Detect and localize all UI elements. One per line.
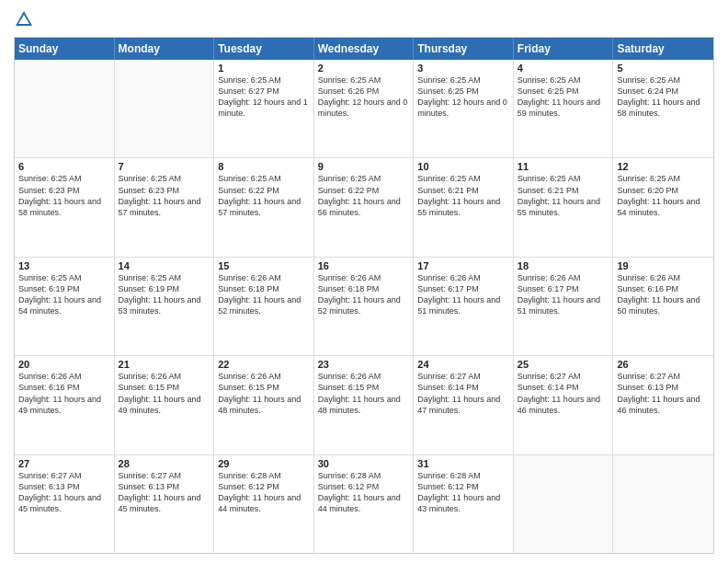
day-info: Sunrise: 6:27 AM Sunset: 6:14 PM Dayligh… <box>417 371 509 416</box>
logo-icon <box>14 9 34 29</box>
day-cell-24: 24Sunrise: 6:27 AM Sunset: 6:14 PM Dayli… <box>414 356 514 454</box>
day-info: Sunrise: 6:26 AM Sunset: 6:17 PM Dayligh… <box>518 272 609 317</box>
day-cell-2: 2Sunrise: 6:25 AM Sunset: 6:26 PM Daylig… <box>314 60 415 157</box>
calendar-row-3: 13Sunrise: 6:25 AM Sunset: 6:19 PM Dayli… <box>15 257 713 355</box>
header-day-friday: Friday <box>514 38 614 60</box>
day-number: 9 <box>318 161 410 172</box>
day-number: 1 <box>218 63 310 74</box>
day-number: 30 <box>318 458 410 469</box>
day-cell-13: 13Sunrise: 6:25 AM Sunset: 6:19 PM Dayli… <box>15 258 115 355</box>
day-info: Sunrise: 6:26 AM Sunset: 6:16 PM Dayligh… <box>18 371 110 416</box>
day-info: Sunrise: 6:27 AM Sunset: 6:13 PM Dayligh… <box>617 371 710 416</box>
day-info: Sunrise: 6:26 AM Sunset: 6:18 PM Dayligh… <box>218 272 310 317</box>
header-day-thursday: Thursday <box>414 38 514 60</box>
day-info: Sunrise: 6:27 AM Sunset: 6:14 PM Dayligh… <box>518 371 609 416</box>
day-cell-20: 20Sunrise: 6:26 AM Sunset: 6:16 PM Dayli… <box>15 356 115 454</box>
day-info: Sunrise: 6:25 AM Sunset: 6:19 PM Dayligh… <box>18 272 110 317</box>
day-cell-7: 7Sunrise: 6:25 AM Sunset: 6:23 PM Daylig… <box>115 158 215 256</box>
day-cell-9: 9Sunrise: 6:25 AM Sunset: 6:22 PM Daylig… <box>314 158 415 256</box>
day-number: 12 <box>617 161 710 172</box>
calendar-row-5: 27Sunrise: 6:27 AM Sunset: 6:13 PM Dayli… <box>15 454 713 553</box>
day-number: 25 <box>518 359 609 370</box>
page: SundayMondayTuesdayWednesdayThursdayFrid… <box>0 0 728 563</box>
empty-cell <box>613 455 713 553</box>
empty-cell <box>514 455 614 553</box>
day-info: Sunrise: 6:25 AM Sunset: 6:22 PM Dayligh… <box>218 173 310 218</box>
day-number: 16 <box>318 260 410 271</box>
day-info: Sunrise: 6:26 AM Sunset: 6:16 PM Dayligh… <box>617 272 710 317</box>
day-info: Sunrise: 6:25 AM Sunset: 6:25 PM Dayligh… <box>417 75 509 120</box>
day-number: 28 <box>119 458 210 469</box>
day-number: 20 <box>18 359 110 370</box>
day-info: Sunrise: 6:28 AM Sunset: 6:12 PM Dayligh… <box>318 470 410 515</box>
day-cell-31: 31Sunrise: 6:28 AM Sunset: 6:12 PM Dayli… <box>414 455 514 553</box>
day-cell-29: 29Sunrise: 6:28 AM Sunset: 6:12 PM Dayli… <box>214 455 314 553</box>
day-info: Sunrise: 6:26 AM Sunset: 6:17 PM Dayligh… <box>417 272 509 317</box>
day-number: 7 <box>119 161 210 172</box>
day-info: Sunrise: 6:28 AM Sunset: 6:12 PM Dayligh… <box>417 470 509 515</box>
day-cell-16: 16Sunrise: 6:26 AM Sunset: 6:18 PM Dayli… <box>314 258 415 355</box>
day-info: Sunrise: 6:25 AM Sunset: 6:27 PM Dayligh… <box>218 75 310 120</box>
day-cell-4: 4Sunrise: 6:25 AM Sunset: 6:25 PM Daylig… <box>514 60 614 157</box>
day-number: 10 <box>417 161 509 172</box>
calendar-header: SundayMondayTuesdayWednesdayThursdayFrid… <box>15 38 713 60</box>
day-cell-11: 11Sunrise: 6:25 AM Sunset: 6:21 PM Dayli… <box>514 158 614 256</box>
header-day-sunday: Sunday <box>15 38 115 60</box>
day-cell-25: 25Sunrise: 6:27 AM Sunset: 6:14 PM Dayli… <box>514 356 614 454</box>
day-cell-10: 10Sunrise: 6:25 AM Sunset: 6:21 PM Dayli… <box>414 158 514 256</box>
day-number: 23 <box>318 359 410 370</box>
calendar: SundayMondayTuesdayWednesdayThursdayFrid… <box>14 37 714 554</box>
day-cell-15: 15Sunrise: 6:26 AM Sunset: 6:18 PM Dayli… <box>214 258 314 355</box>
day-number: 29 <box>218 458 310 469</box>
day-cell-6: 6Sunrise: 6:25 AM Sunset: 6:23 PM Daylig… <box>15 158 115 256</box>
day-number: 22 <box>218 359 310 370</box>
day-info: Sunrise: 6:26 AM Sunset: 6:15 PM Dayligh… <box>318 371 410 416</box>
day-info: Sunrise: 6:26 AM Sunset: 6:15 PM Dayligh… <box>218 371 310 416</box>
day-number: 3 <box>417 63 509 74</box>
day-info: Sunrise: 6:27 AM Sunset: 6:13 PM Dayligh… <box>18 470 110 515</box>
day-number: 5 <box>617 63 710 74</box>
day-info: Sunrise: 6:25 AM Sunset: 6:24 PM Dayligh… <box>617 75 710 120</box>
day-number: 24 <box>417 359 509 370</box>
day-cell-17: 17Sunrise: 6:26 AM Sunset: 6:17 PM Dayli… <box>414 258 514 355</box>
day-info: Sunrise: 6:25 AM Sunset: 6:22 PM Dayligh… <box>318 173 410 218</box>
day-cell-26: 26Sunrise: 6:27 AM Sunset: 6:13 PM Dayli… <box>613 356 713 454</box>
day-info: Sunrise: 6:25 AM Sunset: 6:25 PM Dayligh… <box>518 75 609 120</box>
day-cell-19: 19Sunrise: 6:26 AM Sunset: 6:16 PM Dayli… <box>613 258 713 355</box>
day-info: Sunrise: 6:27 AM Sunset: 6:13 PM Dayligh… <box>119 470 210 515</box>
header-day-saturday: Saturday <box>613 38 713 60</box>
day-info: Sunrise: 6:26 AM Sunset: 6:18 PM Dayligh… <box>318 272 410 317</box>
day-cell-3: 3Sunrise: 6:25 AM Sunset: 6:25 PM Daylig… <box>414 60 514 157</box>
day-cell-23: 23Sunrise: 6:26 AM Sunset: 6:15 PM Dayli… <box>314 356 415 454</box>
calendar-row-1: 1Sunrise: 6:25 AM Sunset: 6:27 PM Daylig… <box>15 60 713 157</box>
calendar-body: 1Sunrise: 6:25 AM Sunset: 6:27 PM Daylig… <box>15 60 713 553</box>
day-number: 21 <box>119 359 210 370</box>
day-number: 11 <box>518 161 609 172</box>
day-cell-22: 22Sunrise: 6:26 AM Sunset: 6:15 PM Dayli… <box>214 356 314 454</box>
day-info: Sunrise: 6:25 AM Sunset: 6:19 PM Dayligh… <box>119 272 210 317</box>
day-number: 2 <box>318 63 410 74</box>
day-cell-18: 18Sunrise: 6:26 AM Sunset: 6:17 PM Dayli… <box>514 258 614 355</box>
day-info: Sunrise: 6:25 AM Sunset: 6:21 PM Dayligh… <box>518 173 609 218</box>
day-info: Sunrise: 6:25 AM Sunset: 6:21 PM Dayligh… <box>417 173 509 218</box>
day-cell-14: 14Sunrise: 6:25 AM Sunset: 6:19 PM Dayli… <box>115 258 215 355</box>
day-cell-12: 12Sunrise: 6:25 AM Sunset: 6:20 PM Dayli… <box>613 158 713 256</box>
day-number: 19 <box>617 260 710 271</box>
day-number: 18 <box>518 260 609 271</box>
day-info: Sunrise: 6:25 AM Sunset: 6:23 PM Dayligh… <box>119 173 210 218</box>
day-number: 4 <box>518 63 609 74</box>
day-number: 26 <box>617 359 710 370</box>
logo <box>14 9 38 29</box>
day-cell-8: 8Sunrise: 6:25 AM Sunset: 6:22 PM Daylig… <box>214 158 314 256</box>
day-number: 27 <box>18 458 110 469</box>
day-cell-27: 27Sunrise: 6:27 AM Sunset: 6:13 PM Dayli… <box>15 455 115 553</box>
empty-cell <box>15 60 115 157</box>
header <box>14 9 714 29</box>
empty-cell <box>115 60 215 157</box>
day-info: Sunrise: 6:28 AM Sunset: 6:12 PM Dayligh… <box>218 470 310 515</box>
calendar-row-2: 6Sunrise: 6:25 AM Sunset: 6:23 PM Daylig… <box>15 157 713 256</box>
day-number: 8 <box>218 161 310 172</box>
day-cell-21: 21Sunrise: 6:26 AM Sunset: 6:15 PM Dayli… <box>115 356 215 454</box>
header-day-monday: Monday <box>115 38 215 60</box>
day-cell-1: 1Sunrise: 6:25 AM Sunset: 6:27 PM Daylig… <box>214 60 314 157</box>
